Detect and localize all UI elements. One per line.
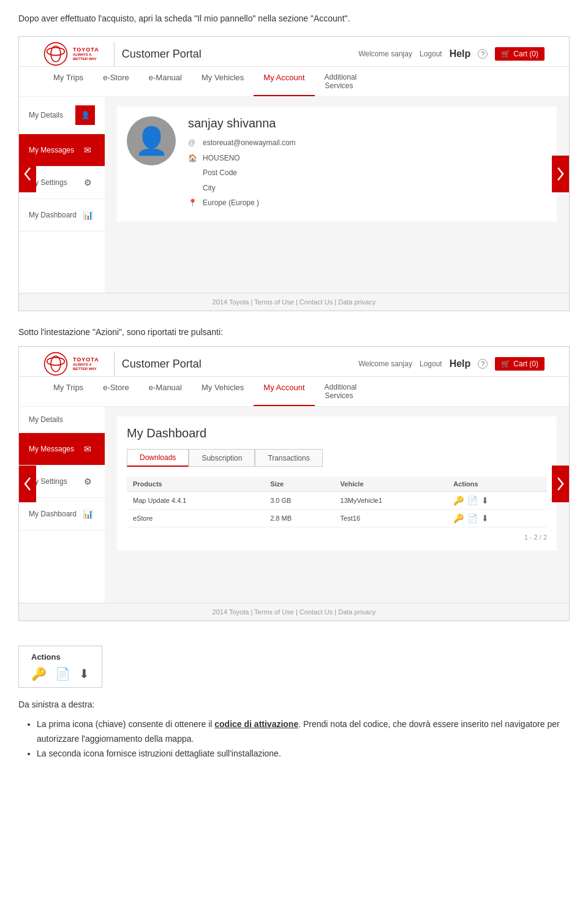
right-arrow-1[interactable] (552, 156, 569, 192)
sidebar-my-dashboard-1[interactable]: My Dashboard 📊 (19, 199, 105, 232)
portal-screenshot-2: TOYOTA ALWAYS ABETTER WAY Customer Porta… (18, 346, 570, 621)
product-name-2: eStore (127, 510, 264, 527)
nav-my-trips-1[interactable]: My Trips (43, 67, 93, 96)
sidebar-my-messages-label-2: My Messages (29, 445, 74, 453)
logout-link-2[interactable]: Logout (420, 360, 442, 368)
product-actions-2: 🔑 📄 ⬇ (447, 510, 547, 527)
avatar-person-icon: 👤 (135, 125, 168, 157)
settings-icon-2: ⚙ (80, 474, 95, 489)
sidebar-my-dashboard-label-1: My Dashboard (29, 211, 77, 219)
nav-additional-2[interactable]: Additional Services (315, 377, 364, 406)
header-right-1: Welcome sanjay Logout Help ? 🛒 Cart (0) (358, 47, 545, 61)
nav-my-account-2[interactable]: My Account (254, 377, 314, 406)
cart-icon-2: 🛒 (501, 360, 510, 368)
dashboard-section: My Dashboard Downloads Subscription Tran… (117, 417, 557, 551)
profile-name: sanjay shivanna (188, 116, 296, 130)
document-icon[interactable]: 📄 (55, 666, 70, 681)
bullet-item-1: La prima icona (chiave) consente di otte… (37, 717, 570, 747)
left-arrow-2[interactable] (19, 466, 36, 502)
product-size-2: 2.8 MB (264, 510, 334, 527)
product-name-1: Map Update 4.4.1 (127, 492, 264, 510)
nav-estore-2[interactable]: e-Store (93, 377, 139, 406)
portal-nav-2: My Trips e-Store e-Manual My Vehicles My… (19, 377, 569, 407)
doc-action-icon-2[interactable]: 📄 (467, 513, 478, 523)
cart-label-2: Cart (0) (513, 360, 538, 368)
help-icon-2[interactable]: ? (478, 359, 488, 369)
col-products: Products (127, 477, 264, 492)
portal-screenshot-1: TOYOTA ALWAYS ABETTER WAY Customer Porta… (18, 36, 570, 311)
nav-my-trips-2[interactable]: My Trips (43, 377, 93, 406)
cart-label-1: Cart (0) (513, 50, 538, 58)
key-icon[interactable]: 🔑 (31, 666, 47, 681)
sidebar-my-details-1[interactable]: My Details 👤 (19, 97, 105, 134)
nav-emanual-1[interactable]: e-Manual (139, 67, 192, 96)
right-arrow-2[interactable] (552, 466, 569, 502)
profile-houseno: HOUSENO (203, 152, 240, 165)
profile-location-item: 📍 Europe (Europe ) (188, 197, 296, 210)
sidebar-my-messages-2[interactable]: My Messages ✉ (19, 433, 105, 466)
portal-sidebar-1: My Details 👤 My Messages ✉ My Settings ⚙… (19, 97, 105, 293)
key-action-icon-1[interactable]: 🔑 (453, 496, 464, 505)
location-icon: 📍 (188, 197, 198, 210)
header-right-2: Welcome sanjay Logout Help ? 🛒 Cart (0) (358, 357, 545, 371)
download-action-icon-1[interactable]: ⬇ (481, 496, 489, 505)
house-icon: 🏠 (188, 152, 198, 165)
key-action-icon-2[interactable]: 🔑 (453, 513, 464, 523)
table-row: Map Update 4.4.1 3.0 GB 13MyVehicle1 🔑 📄… (127, 492, 547, 510)
toyota-logo-area: TOYOTA ALWAYS ABETTER WAY (43, 42, 99, 66)
header-divider-2 (114, 352, 115, 376)
help-text-1: Help (450, 48, 471, 59)
portal-footer-2: 2014 Toyota | Terms of Use | Contact Us … (19, 603, 569, 620)
sidebar-my-dashboard-label-2: My Dashboard (29, 510, 77, 518)
cart-button-2[interactable]: 🛒 Cart (0) (495, 357, 545, 371)
nav-estore-1[interactable]: e-Store (93, 67, 139, 96)
nav-my-vehicles-2[interactable]: My Vehicles (192, 377, 254, 406)
sidebar-my-details-2[interactable]: My Details (19, 407, 105, 433)
profile-city-item: City (188, 182, 296, 195)
nav-my-vehicles-1[interactable]: My Vehicles (192, 67, 254, 96)
actions-box: Actions 🔑 📄 ⬇ (18, 646, 102, 688)
sidebar-my-dashboard-2[interactable]: My Dashboard 📊 (19, 498, 105, 530)
tab-transactions[interactable]: Transactions (255, 449, 322, 467)
download-icon[interactable]: ⬇ (79, 666, 89, 681)
col-size: Size (264, 477, 334, 492)
profile-postcode-item: Post Code (188, 167, 296, 180)
avatar-1: 👤 (127, 116, 176, 165)
doc-action-icon-1[interactable]: 📄 (467, 496, 478, 505)
intro-text: Dopo aver effettuato l'acquisto, apri la… (18, 12, 570, 25)
welcome-text-2: Welcome sanjay (358, 360, 412, 368)
svg-point-4 (51, 356, 61, 372)
profile-details: @ estoreuat@onewaymail.com 🏠 HOUSENO Pos… (188, 137, 296, 210)
description-left: Da sinistra a destra: (18, 698, 570, 711)
product-size-1: 3.0 GB (264, 492, 334, 510)
tab-downloads[interactable]: Downloads (127, 449, 189, 467)
welcome-text-1: Welcome sanjay (358, 50, 412, 58)
nav-my-account-1[interactable]: My Account (254, 67, 314, 96)
svg-point-1 (51, 46, 61, 62)
help-text-2: Help (450, 358, 471, 369)
nav-emanual-2[interactable]: e-Manual (139, 377, 192, 406)
bullet-list: La prima icona (chiave) consente di otte… (18, 717, 570, 761)
download-action-icon-2[interactable]: ⬇ (481, 513, 489, 523)
page-wrapper: Dopo aver effettuato l'acquisto, apri la… (0, 0, 588, 774)
message-icon-2: ✉ (80, 442, 95, 456)
tab-subscription[interactable]: Subscription (189, 449, 255, 467)
product-actions-1: 🔑 📄 ⬇ (447, 492, 547, 510)
portal-sidebar-2: My Details My Messages ✉ My Settings ⚙ M… (19, 407, 105, 603)
profile-city: City (203, 182, 216, 195)
portal-footer-1: 2014 Toyota | Terms of Use | Contact Us … (19, 293, 569, 311)
left-arrow-1[interactable] (19, 156, 36, 192)
portal-nav-1: My Trips e-Store e-Manual My Vehicles My… (19, 67, 569, 97)
nav-additional-1[interactable]: Additional Services (315, 67, 364, 96)
help-icon-1[interactable]: ? (478, 49, 488, 59)
bullet-item-2: La seconda icona fornisce istruzioni det… (37, 747, 570, 761)
toyota-logo-icon-2 (43, 352, 68, 376)
person-icon-1: 👤 (75, 105, 95, 125)
profile-location: Europe (Europe ) (203, 197, 259, 210)
cart-button-1[interactable]: 🛒 Cart (0) (495, 47, 545, 61)
activation-code-link: codice di attivazione (214, 719, 298, 729)
actions-icons-row: 🔑 📄 ⬇ (31, 666, 89, 681)
logout-link-1[interactable]: Logout (420, 50, 442, 58)
sidebar-my-messages-label-1: My Messages (29, 146, 74, 154)
dashboard-icon-2: 📊 (80, 507, 95, 521)
